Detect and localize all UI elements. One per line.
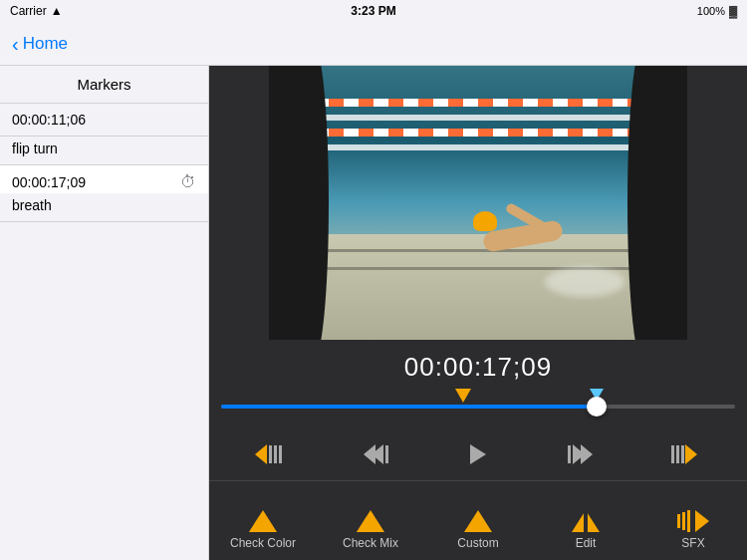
controls-area: 00:00:17;09 (209, 340, 747, 560)
toolbar-edit-label: Edit (576, 536, 597, 550)
svg-marker-10 (581, 444, 593, 464)
lane-lines (269, 93, 687, 187)
toolbar-edit[interactable]: Edit (532, 481, 639, 560)
lane-line-1 (269, 115, 687, 121)
toolbar-check-color[interactable]: Check Color (209, 481, 317, 560)
markers-header: Markers (0, 66, 208, 104)
timeline-marker-orange (455, 389, 471, 403)
svg-rect-21 (584, 510, 588, 532)
back-label: Home (23, 34, 68, 54)
marker-timestamp-1: 00:00:11;06 (12, 112, 196, 128)
floor-line-2 (289, 267, 667, 270)
swimmer (463, 206, 583, 266)
svg-rect-11 (671, 445, 674, 463)
marker-item-2[interactable]: 00:00:17;09 ⏱ (0, 165, 208, 193)
transport-row (209, 424, 747, 480)
lane-line-2 (269, 144, 687, 150)
nav-bar: ‹ Home (0, 22, 747, 66)
skip-forward-fast-button[interactable] (657, 432, 717, 476)
bottom-toolbar: Check Color Check Mix Custom (209, 480, 747, 560)
svg-rect-24 (687, 510, 690, 532)
lane-float-1 (269, 99, 687, 107)
video-area: 00:00:17;09 (209, 66, 747, 560)
back-button[interactable]: ‹ Home (12, 34, 68, 54)
water-splash (545, 267, 624, 297)
svg-rect-12 (676, 445, 679, 463)
toolbar-custom[interactable]: Custom (424, 481, 532, 560)
battery-icon: ▓ (729, 5, 737, 17)
status-time: 3:23 PM (351, 4, 395, 18)
toolbar-custom-label: Custom (457, 536, 498, 550)
toolbar-sfx-label: SFX (681, 536, 704, 550)
fisheye-left (269, 66, 329, 340)
svg-rect-2 (274, 445, 277, 463)
svg-marker-19 (464, 510, 492, 532)
timeline-progress (221, 405, 597, 409)
toolbar-sfx[interactable]: SFX (639, 481, 747, 560)
marker-item-1[interactable]: 00:00:11;06 (0, 104, 208, 137)
svg-rect-8 (568, 445, 571, 463)
video-frame (269, 66, 687, 340)
svg-rect-23 (682, 512, 685, 530)
swimmer-cap (473, 211, 497, 231)
skip-back-button[interactable] (344, 432, 403, 476)
video-container (209, 66, 747, 340)
svg-rect-3 (279, 445, 282, 463)
svg-marker-0 (255, 444, 267, 464)
toolbar-check-mix-label: Check Mix (343, 536, 398, 550)
marker-timestamp-2: 00:00:17;09 (12, 174, 86, 190)
wifi-icon: ▲ (51, 4, 63, 18)
clock-icon: ⏱ (180, 173, 196, 191)
skip-back-fast-button[interactable] (239, 432, 299, 476)
svg-rect-6 (385, 445, 388, 463)
svg-rect-13 (681, 445, 684, 463)
svg-rect-22 (677, 514, 680, 528)
play-button[interactable] (448, 432, 508, 476)
status-left: Carrier ▲ (10, 4, 63, 18)
battery-label: 100% (697, 5, 725, 17)
status-bar: Carrier ▲ 3:23 PM 100% ▓ (0, 0, 747, 22)
skip-forward-button[interactable] (553, 432, 613, 476)
svg-marker-7 (470, 444, 486, 464)
svg-marker-25 (695, 510, 709, 532)
svg-marker-14 (685, 444, 697, 464)
marker-label-2: breath (0, 193, 208, 222)
timeline-thumb[interactable] (587, 397, 607, 417)
timeline-track[interactable] (221, 405, 735, 409)
back-chevron-icon: ‹ (12, 34, 19, 54)
toolbar-check-color-label: Check Color (230, 536, 296, 550)
fisheye-right (627, 66, 687, 340)
sidebar: Markers 00:00:11;06 flip turn 00:00:17;0… (0, 66, 209, 560)
toolbar-check-mix[interactable]: Check Mix (317, 481, 424, 560)
lane-float-2 (269, 129, 687, 137)
main-layout: Markers 00:00:11;06 flip turn 00:00:17;0… (0, 66, 747, 560)
svg-rect-1 (269, 445, 272, 463)
timeline[interactable] (221, 389, 735, 424)
marker-label-1: flip turn (0, 137, 208, 165)
status-right: 100% ▓ (697, 5, 737, 17)
time-display: 00:00:17;09 (209, 348, 747, 389)
carrier-label: Carrier (10, 4, 47, 18)
